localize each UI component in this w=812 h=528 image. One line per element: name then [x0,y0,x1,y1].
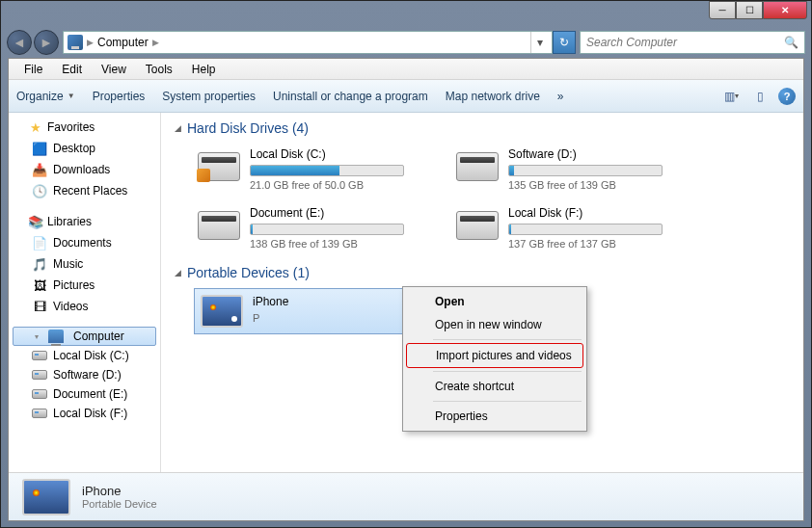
drive-f[interactable]: Local Disk (F:) 137 GB free of 137 GB [452,202,703,253]
chevron-right-icon: ▶ [152,38,159,47]
uninstall-button[interactable]: Uninstall or change a program [273,90,428,103]
caret-down-icon: ◢ [175,268,181,277]
portable-section-header[interactable]: ◢Portable Devices (1) [175,265,790,280]
preview-pane-button[interactable]: ▯ [749,87,771,106]
libraries-icon: 📚 [28,214,43,229]
sidebar-disk-f[interactable]: Local Disk (F:) [9,404,160,423]
cm-open-new-window[interactable]: Open in new window [406,313,583,336]
menu-file[interactable]: File [14,61,52,78]
search-icon: 🔍 [784,36,798,49]
window-controls: ─ ☐ ✕ [709,1,807,19]
device-type: P [253,312,288,324]
drive-freespace: 137 GB free of 137 GB [508,238,699,250]
command-bar: Organize▼ Properties System properties U… [9,80,803,113]
sidebar-music[interactable]: 🎵Music [9,253,160,275]
minimize-button[interactable]: ─ [709,1,736,19]
drive-icon [198,211,240,240]
sidebar-documents[interactable]: 📄Documents [9,232,160,253]
file-view: ◢Hard Disk Drives (4) Local Disk (C:) 21… [161,113,803,472]
downloads-icon: 📥 [32,162,47,177]
system-properties-button[interactable]: System properties [162,90,256,103]
map-drive-button[interactable]: Map network drive [446,90,540,103]
music-icon: 🎵 [32,256,47,272]
computer-header[interactable]: ▾Computer [13,327,156,346]
drive-e[interactable]: Document (E:) 138 GB free of 139 GB [194,202,445,253]
hdd-section-header[interactable]: ◢Hard Disk Drives (4) [175,120,790,136]
sidebar-videos[interactable]: 🎞Videos [9,296,160,317]
drive-freespace: 21.0 GB free of 50.0 GB [250,179,441,191]
sidebar-downloads[interactable]: 📥Downloads [9,159,160,180]
cm-create-shortcut[interactable]: Create shortcut [406,375,583,398]
drive-name: Document (E:) [250,206,441,220]
nav-bar: ◄ ► ▶ Computer ▶ ▾ ↻ 🔍 [1,27,811,58]
documents-icon: 📄 [32,235,47,251]
menu-help[interactable]: Help [182,61,226,78]
videos-icon: 🎞 [32,299,47,314]
more-button[interactable]: » [557,90,564,103]
explorer-window: ─ ☐ ✕ ◄ ► ▶ Computer ▶ ▾ ↻ 🔍 Fil [0,0,812,528]
sidebar-recent[interactable]: 🕓Recent Places [9,180,160,201]
separator [433,339,582,340]
refresh-button[interactable]: ↻ [553,31,576,54]
back-button[interactable]: ◄ [7,30,32,55]
sidebar-disk-c[interactable]: Local Disk (C:) [9,346,160,365]
desktop-icon: 🟦 [32,141,47,156]
menu-bar: File Edit View Tools Help [9,59,803,80]
navigation-pane: ★Favorites 🟦Desktop 📥Downloads 🕓Recent P… [9,113,161,472]
disk-icon [32,351,47,360]
sidebar-disk-e[interactable]: Document (E:) [9,384,160,404]
separator [433,401,582,402]
drive-d[interactable]: Software (D:) 135 GB free of 139 GB [452,144,703,195]
libraries-header[interactable]: 📚Libraries [9,211,160,232]
organize-button[interactable]: Organize▼ [16,90,75,103]
menu-tools[interactable]: Tools [136,61,182,78]
titlebar: ─ ☐ ✕ [1,1,811,27]
details-pane: iPhone Portable Device [9,472,803,520]
address-dropdown[interactable]: ▾ [530,32,548,53]
favorites-header[interactable]: ★Favorites [9,117,160,138]
drive-icon [456,211,499,240]
forward-button[interactable]: ► [34,30,59,55]
pictures-icon: 🖼 [32,277,47,293]
drive-name: Software (D:) [508,147,699,161]
computer-icon [68,35,83,50]
address-bar[interactable]: ▶ Computer ▶ ▾ [63,31,553,54]
drive-c[interactable]: Local Disk (C:) 21.0 GB free of 50.0 GB [194,144,445,195]
recent-icon: 🕓 [32,183,47,198]
sidebar-pictures[interactable]: 🖼Pictures [9,275,160,296]
sidebar-disk-d[interactable]: Software (D:) [9,365,160,384]
drive-name: Local Disk (C:) [250,147,441,161]
menu-view[interactable]: View [92,61,136,78]
cm-properties[interactable]: Properties [406,405,583,428]
drive-icon [456,152,499,181]
breadcrumb-item[interactable]: Computer [97,36,149,49]
capacity-bar [508,165,663,176]
view-options-button[interactable]: ▥▾ [720,87,742,106]
cm-import-pictures[interactable]: Import pictures and videos [406,343,583,368]
menu-edit[interactable]: Edit [52,61,92,78]
properties-button[interactable]: Properties [93,90,146,103]
capacity-bar [250,165,404,176]
drive-icon [198,152,240,181]
search-box[interactable]: 🔍 [580,31,805,54]
drive-freespace: 138 GB free of 139 GB [250,238,441,250]
close-button[interactable]: ✕ [763,1,807,19]
capacity-bar [508,224,663,235]
disk-icon [32,409,47,418]
details-name: iPhone [82,484,157,498]
star-icon: ★ [28,119,43,135]
sidebar-desktop[interactable]: 🟦Desktop [9,138,160,159]
search-input[interactable] [586,36,780,49]
cm-open[interactable]: Open [406,290,583,313]
device-name: iPhone [253,295,288,308]
caret-open-icon: ▾ [35,332,44,341]
caret-down-icon: ◢ [175,123,181,133]
portable-device-icon [22,479,70,515]
context-menu: Open Open in new window Import pictures … [402,286,587,432]
maximize-button[interactable]: ☐ [736,1,763,19]
computer-icon [48,330,64,343]
separator [433,371,582,372]
capacity-bar [250,224,404,235]
help-icon[interactable]: ? [778,88,796,105]
chevron-right-icon: ▶ [87,38,94,47]
